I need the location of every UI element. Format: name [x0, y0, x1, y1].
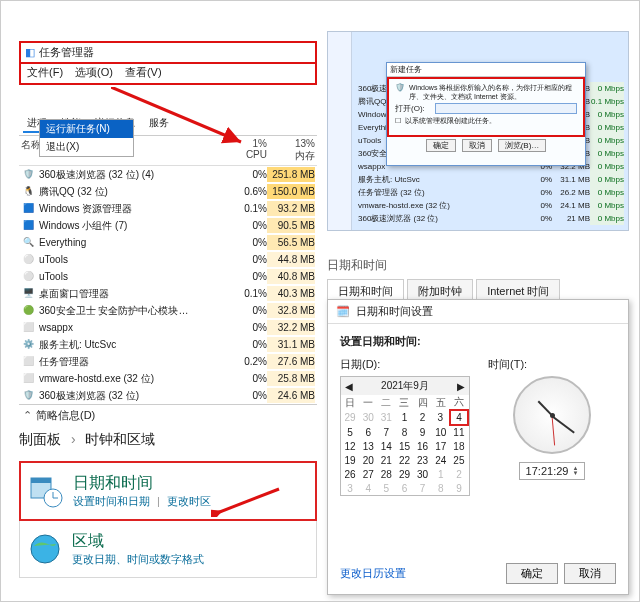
calendar-day[interactable]: 28 — [377, 467, 395, 481]
calendar-day[interactable]: 27 — [359, 467, 377, 481]
calendar-day[interactable]: 4 — [450, 410, 468, 425]
table-row[interactable]: 🐧 腾讯QQ (32 位) 0.6% 150.0 MB — [19, 183, 317, 200]
calendar-day[interactable]: 18 — [450, 439, 468, 453]
calendar-day[interactable]: 26 — [341, 467, 359, 481]
calendar-day[interactable]: 12 — [341, 439, 359, 453]
calendar-day[interactable]: 29 — [341, 410, 359, 425]
calendar-day[interactable]: 11 — [450, 425, 468, 439]
calendar-day[interactable]: 30 — [414, 467, 432, 481]
calendar-day[interactable]: 5 — [377, 481, 395, 495]
calendar-day[interactable]: 25 — [450, 453, 468, 467]
list-item: 任务管理器 (32 位)0%26.2 MB0 Mbps — [358, 186, 624, 199]
table-row[interactable]: ⚪ uTools 0% 44.8 MB — [19, 251, 317, 268]
date-time-settings-dialog[interactable]: 🗓️ 日期和时间设置 设置日期和时间: 日期(D): ◀ 2021年9月 ▶ 日… — [327, 299, 629, 595]
file-menu-dropdown[interactable]: 运行新任务(N) 退出(X) — [39, 119, 134, 157]
calendar-day[interactable]: 1 — [395, 410, 413, 425]
calendar-day[interactable]: 23 — [414, 453, 432, 467]
checkbox-admin[interactable]: ☐ — [395, 117, 401, 125]
col-cpu[interactable]: 1% CPU — [219, 138, 267, 163]
calendar-day[interactable]: 6 — [359, 425, 377, 439]
calendar-day[interactable]: 16 — [414, 439, 432, 453]
prev-month-button[interactable]: ◀ — [345, 381, 353, 392]
cp-region-title: 区域 — [72, 531, 204, 552]
table-row[interactable]: ⚙️ 服务主机: UtcSvc 0% 31.1 MB — [19, 336, 317, 353]
crumb-segment-a[interactable]: 制面板 — [19, 431, 61, 447]
crumb-segment-b[interactable]: 时钟和区域 — [85, 431, 155, 447]
table-row[interactable]: ⬜ wsappx 0% 32.2 MB — [19, 319, 317, 336]
next-month-button[interactable]: ▶ — [457, 381, 465, 392]
cp-item-date-time[interactable]: 日期和时间 设置时间和日期 | 更改时区 — [19, 461, 317, 521]
browse-button[interactable]: 浏览(B)… — [498, 139, 547, 152]
run-new-task-dialog[interactable]: 新建任务 🛡️ Windows 将根据你所输入的名称，为你打开相应的程序、文件夹… — [386, 62, 586, 166]
calendar-day[interactable]: 4 — [359, 481, 377, 495]
calendar-day[interactable]: 14 — [377, 439, 395, 453]
table-row[interactable]: ⬜ vmware-hostd.exe (32 位) 0% 25.8 MB — [19, 370, 317, 387]
table-row[interactable]: 🛡️ 360极速浏览器 (32 位) 0% 24.6 MB — [19, 387, 317, 404]
cp-link-change-timezone[interactable]: 更改时区 — [167, 495, 211, 507]
calendar-day[interactable]: 2 — [450, 467, 468, 481]
tab-services[interactable]: 服务 — [145, 115, 173, 133]
menu-options[interactable]: 选项(O) — [73, 64, 115, 81]
table-row[interactable]: 🟦 Windows 小组件 (7) 0% 90.5 MB — [19, 217, 317, 234]
calendar-grid[interactable]: 日一二三四五六 29303112345678910111213141516171… — [341, 395, 469, 495]
calendar-day[interactable]: 6 — [395, 481, 413, 495]
menu-view[interactable]: 查看(V) — [123, 64, 164, 81]
calendar-day[interactable]: 21 — [377, 453, 395, 467]
calendar-day[interactable]: 8 — [395, 425, 413, 439]
calendar-day[interactable]: 13 — [359, 439, 377, 453]
task-manager-menubar[interactable]: 文件(F) 选项(O) 查看(V) — [19, 64, 317, 85]
crumb-sep: › — [71, 431, 76, 447]
calendar-day[interactable]: 22 — [395, 453, 413, 467]
cancel-button[interactable]: 取消 — [462, 139, 492, 152]
fewer-details-link[interactable]: 简略信息(D) — [36, 408, 95, 423]
process-mem: 27.6 MB — [267, 354, 315, 369]
table-row[interactable]: ⚪ uTools 0% 40.8 MB — [19, 268, 317, 285]
calendar-day[interactable]: 8 — [432, 481, 450, 495]
table-row[interactable]: 🖥️ 桌面窗口管理器 0.1% 40.3 MB — [19, 285, 317, 302]
cp-link-region-format[interactable]: 更改日期、时间或数字格式 — [72, 553, 204, 565]
spinner-buttons[interactable]: ▲▼ — [572, 466, 578, 476]
calendar-day[interactable]: 20 — [359, 453, 377, 467]
calendar-day[interactable]: 29 — [395, 467, 413, 481]
calendar-day[interactable]: 31 — [377, 410, 395, 425]
cp-link-set-datetime[interactable]: 设置时间和日期 — [73, 495, 150, 507]
cancel-button[interactable]: 取消 — [564, 563, 616, 584]
col-memory[interactable]: 13% 内存 — [267, 138, 315, 163]
cp-item-region[interactable]: 区域 更改日期、时间或数字格式 — [19, 521, 317, 578]
calendar-day[interactable]: 3 — [432, 410, 450, 425]
calendar-day[interactable]: 24 — [432, 453, 450, 467]
chevron-up-icon[interactable]: ⌃ — [23, 409, 32, 422]
menu-file[interactable]: 文件(F) — [25, 64, 65, 81]
month-label[interactable]: 2021年9月 — [381, 379, 429, 393]
calendar[interactable]: ◀ 2021年9月 ▶ 日一二三四五六 29303112345678910111… — [340, 376, 470, 496]
time-value[interactable]: 17:21:29 — [526, 465, 569, 477]
calendar-day[interactable]: 7 — [414, 481, 432, 495]
calendar-day[interactable]: 19 — [341, 453, 359, 467]
menu-item-exit[interactable]: 退出(X) — [40, 138, 133, 156]
calendar-day[interactable]: 30 — [359, 410, 377, 425]
calendar-day[interactable]: 17 — [432, 439, 450, 453]
process-name: 桌面窗口管理器 — [39, 286, 219, 301]
ok-button[interactable]: 确定 — [506, 563, 558, 584]
process-list[interactable]: 🛡️ 360极速浏览器 (32 位) (4) 0% 251.8 MB🐧 腾讯QQ… — [19, 166, 317, 404]
calendar-day[interactable]: 7 — [377, 425, 395, 439]
menu-item-run-new-task[interactable]: 运行新任务(N) — [40, 120, 133, 138]
table-row[interactable]: ⬜ 任务管理器 0.2% 27.6 MB — [19, 353, 317, 370]
open-input[interactable] — [435, 103, 577, 114]
calendar-day[interactable]: 15 — [395, 439, 413, 453]
calendar-day[interactable]: 10 — [432, 425, 450, 439]
calendar-day[interactable]: 2 — [414, 410, 432, 425]
table-row[interactable]: 🟢 360安全卫士 安全防护中心模块… 0% 32.8 MB — [19, 302, 317, 319]
table-row[interactable]: 🛡️ 360极速浏览器 (32 位) (4) 0% 251.8 MB — [19, 166, 317, 183]
change-calendar-settings-link[interactable]: 更改日历设置 — [340, 566, 406, 581]
calendar-day[interactable]: 9 — [414, 425, 432, 439]
calendar-day[interactable]: 5 — [341, 425, 359, 439]
table-row[interactable]: 🔍 Everything 0% 56.5 MB — [19, 234, 317, 251]
calendar-day[interactable]: 3 — [341, 481, 359, 495]
calendar-day[interactable]: 9 — [450, 481, 468, 495]
ok-button[interactable]: 确定 — [426, 139, 456, 152]
table-row[interactable]: 🟦 Windows 资源管理器 0.1% 93.2 MB — [19, 200, 317, 217]
time-spinner[interactable]: 17:21:29 ▲▼ — [519, 462, 586, 480]
calendar-day[interactable]: 1 — [432, 467, 450, 481]
breadcrumb[interactable]: 制面板 › 时钟和区域 — [19, 431, 155, 449]
